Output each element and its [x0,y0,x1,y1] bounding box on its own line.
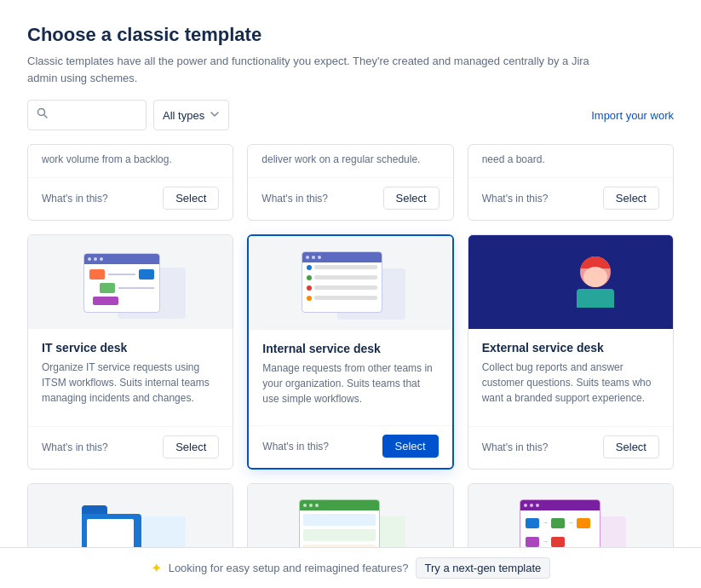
card-desc-it-service-desk: Organize IT service requests using ITSM … [42,360,219,407]
page-title: Choose a classic template [27,24,674,46]
card-content-external-service-desk: External service desk Collect bug report… [468,329,673,419]
card-desc-internal-service-desk: Manage requests from other teams in your… [262,360,438,406]
whats-in-link-it-service-desk[interactable]: What's in this? [42,441,108,453]
illustration-external-service-desk [515,246,626,319]
search-input[interactable] [54,109,137,122]
partial-content-3: need a board. [468,145,673,170]
partial-desc-2: deliver work on a regular schedule. [261,145,439,167]
card-image-it-service-desk [28,235,233,329]
chevron-down-icon [210,109,220,122]
search-box[interactable] [27,100,147,130]
whats-in-link-partial-2[interactable]: What's in this? [261,193,328,205]
select-button-partial-2[interactable]: Select [383,187,440,210]
select-button-internal-service-desk[interactable]: Select [382,435,439,458]
partial-content-2: deliver work on a regular schedule. [248,145,452,170]
partial-desc-1: work volume from a backlog. [42,145,219,167]
toolbar-left: All types [27,100,229,130]
card-content-it-service-desk: IT service desk Organize IT service requ… [28,329,233,419]
select-button-external-service-desk[interactable]: Select [603,435,659,458]
partial-content-1: work volume from a backlog. [28,145,233,170]
bottom-banner: ✦ Looking for easy setup and reimagined … [0,547,701,588]
import-work-link[interactable]: Import your work [591,109,674,122]
scrollable-area: work volume from a backlog. What's in th… [27,144,674,588]
search-icon [37,107,49,123]
main-cards-grid: IT service desk Organize IT service requ… [27,234,674,470]
page-subtitle: Classic templates have all the power and… [27,53,606,86]
partial-card-3: need a board. What's in this? Select [468,144,674,221]
whats-in-link-internal-service-desk[interactable]: What's in this? [262,441,329,453]
card-desc-external-service-desk: Collect bug reports and answer customer … [482,360,659,407]
partial-card-2: deliver work on a regular schedule. What… [247,144,453,221]
toolbar: All types Import your work [27,100,674,130]
svg-line-1 [44,115,48,118]
card-title-it-service-desk: IT service desk [42,341,219,355]
card-image-internal-service-desk [249,236,451,330]
card-external-service-desk: External service desk Collect bug report… [468,234,674,470]
next-gen-template-link[interactable]: Try a next-gen template [416,557,551,579]
whats-in-link-external-service-desk[interactable]: What's in this? [482,441,549,453]
star-icon: ✦ [151,560,162,576]
select-button-it-service-desk[interactable]: Select [163,435,219,458]
card-title-internal-service-desk: Internal service desk [262,342,438,355]
filter-label: All types [163,109,204,122]
illustration-it-service-desk [75,246,186,319]
card-it-service-desk: IT service desk Organize IT service requ… [27,234,233,470]
card-image-external-service-desk [468,235,673,329]
illustration-internal-service-desk [295,247,405,320]
banner-text: Looking for easy setup and reimagined fe… [169,562,409,574]
select-button-partial-1[interactable]: Select [163,187,219,210]
whats-in-link-partial-3[interactable]: What's in this? [482,193,549,205]
partial-desc-3: need a board. [482,145,659,167]
whats-in-link-partial-1[interactable]: What's in this? [42,193,108,205]
partial-cards-row: work volume from a backlog. What's in th… [27,144,674,221]
card-footer-external-service-desk: What's in this? Select [468,426,673,469]
card-footer-internal-service-desk: What's in this? Select [249,425,451,468]
card-footer-partial-1: What's in this? Select [28,177,233,220]
card-footer-it-service-desk: What's in this? Select [28,426,233,469]
filter-dropdown[interactable]: All types [153,100,229,130]
card-footer-partial-2: What's in this? Select [248,177,452,220]
card-footer-partial-3: What's in this? Select [468,177,673,220]
card-title-external-service-desk: External service desk [482,341,659,355]
card-content-internal-service-desk: Internal service desk Manage requests fr… [249,330,451,418]
select-button-partial-3[interactable]: Select [603,187,659,210]
card-internal-service-desk: Internal service desk Manage requests fr… [247,234,453,470]
partial-card-1: work volume from a backlog. What's in th… [27,144,233,221]
